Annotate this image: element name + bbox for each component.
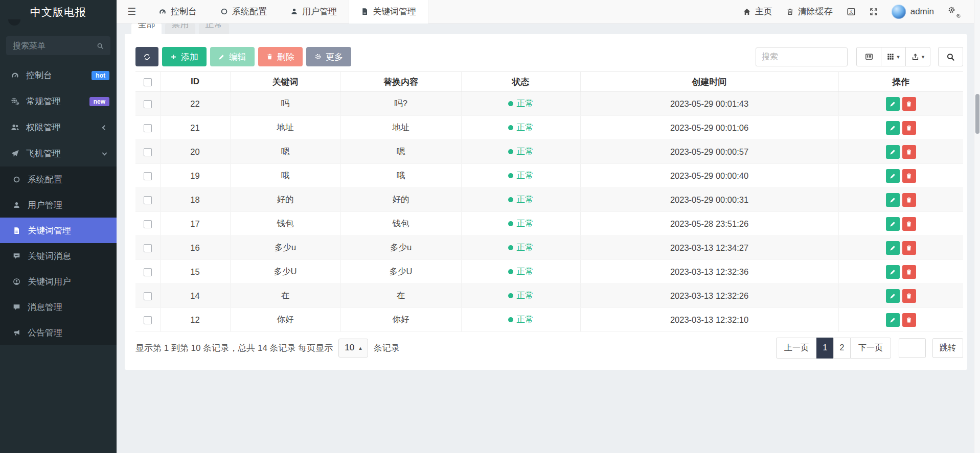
status-badge: 正常 (508, 218, 534, 229)
clear-cache-link[interactable]: 清除缓存 (786, 6, 833, 17)
submenu-item-message-management[interactable]: 消息管理 (0, 294, 117, 320)
table-search-input[interactable] (756, 47, 848, 66)
row-checkbox[interactable] (144, 292, 152, 300)
status-label: 正常 (517, 98, 534, 109)
row-checkbox[interactable] (144, 100, 152, 108)
table-row: 15多少U多少U正常2023-03-13 12:32:36 (135, 260, 963, 284)
tab-all[interactable]: 全部 (131, 23, 162, 34)
row-checkbox-cell (135, 260, 160, 284)
pencil-icon (890, 293, 896, 299)
nav-tab-keyword-management[interactable]: 关键词管理 (349, 0, 428, 23)
row-delete-button[interactable] (902, 217, 916, 231)
page-button-1[interactable]: 1 (816, 338, 834, 359)
row-delete-button[interactable] (902, 241, 916, 255)
more-button[interactable]: 更多 (306, 47, 351, 66)
paper-plane-icon (9, 149, 20, 158)
submenu-item-label: 关键词消息 (28, 250, 71, 262)
add-button[interactable]: 添加 (162, 47, 207, 66)
nav-tab-user-management[interactable]: 用户管理 (279, 0, 349, 23)
row-delete-button[interactable] (902, 145, 916, 159)
home-link[interactable]: 主页 (743, 6, 772, 17)
nav-tab-label: 用户管理 (302, 6, 337, 17)
page-button-2[interactable]: 2 (833, 338, 851, 359)
row-checkbox[interactable] (144, 124, 152, 132)
avatar (892, 5, 906, 19)
trash-icon (906, 149, 912, 155)
row-delete-button[interactable] (902, 265, 916, 279)
header-checkbox-cell (135, 72, 160, 92)
row-checkbox[interactable] (144, 268, 152, 276)
detail-view-button[interactable] (856, 47, 881, 66)
row-checkbox[interactable] (144, 316, 152, 324)
export-button[interactable] (905, 47, 930, 66)
user-menu[interactable]: admin (892, 5, 934, 19)
next-page-button[interactable]: 下一页 (850, 338, 891, 359)
row-checkbox[interactable] (144, 148, 152, 156)
edit-button[interactable]: 编辑 (210, 47, 255, 66)
sidebar-menu: 控制台 hot 常规管理 new 权限管理 飞机管理 (0, 62, 117, 345)
row-checkbox[interactable] (144, 172, 152, 180)
row-delete-button[interactable] (902, 169, 916, 183)
column-header-replace: 替换内容 (340, 72, 461, 92)
nav-tab-system-config[interactable]: 系统配置 (209, 0, 279, 23)
row-delete-button[interactable] (902, 97, 916, 111)
row-edit-button[interactable] (886, 97, 900, 111)
table-search-button[interactable] (938, 47, 963, 66)
refresh-button[interactable] (135, 47, 158, 66)
cell-keyword: 嗯 (230, 140, 340, 164)
submenu-item-keyword-messages[interactable]: 关键词消息 (0, 243, 117, 269)
submenu-item-system-config[interactable]: 系统配置 (0, 166, 117, 192)
row-edit-button[interactable] (886, 121, 900, 135)
row-edit-button[interactable] (886, 289, 900, 303)
sidebar-search-input[interactable] (6, 41, 94, 51)
sidebar-item-general[interactable]: 常规管理 new (0, 88, 117, 114)
cell-created: 2023-05-29 00:01:06 (580, 116, 838, 140)
row-checkbox[interactable] (144, 220, 152, 228)
tab-disabled[interactable]: 禁用 (165, 23, 195, 34)
row-edit-button[interactable] (886, 169, 900, 183)
settings-cogs-icon[interactable] (948, 6, 960, 17)
scrollbar-thumb[interactable] (975, 94, 979, 134)
nav-tab-dashboard[interactable]: 控制台 (147, 0, 209, 23)
select-all-checkbox[interactable] (144, 78, 152, 86)
row-edit-button[interactable] (886, 241, 900, 255)
delete-button[interactable]: 删除 (258, 47, 303, 66)
sidebar-item-permissions[interactable]: 权限管理 (0, 114, 117, 140)
page-size-value: 10 (345, 343, 354, 353)
fullscreen-icon[interactable] (870, 8, 878, 16)
status-badge: 正常 (508, 170, 534, 181)
sidebar-item-telegram[interactable]: 飞机管理 (0, 140, 117, 166)
row-checkbox-cell (135, 308, 160, 332)
row-edit-button[interactable] (886, 313, 900, 327)
prev-page-button[interactable]: 上一页 (776, 338, 817, 359)
row-edit-button[interactable] (886, 145, 900, 159)
row-delete-button[interactable] (902, 289, 916, 303)
row-checkbox-cell (135, 212, 160, 236)
columns-view-button[interactable] (881, 47, 906, 66)
gear-icon (314, 53, 322, 60)
page-size-select[interactable]: 10 (338, 339, 368, 357)
cell-id: 12 (160, 308, 230, 332)
submenu-item-announcement-management[interactable]: 公告管理 (0, 320, 117, 345)
trash-icon (906, 269, 912, 275)
vertical-scrollbar[interactable] (974, 0, 980, 453)
row-delete-button[interactable] (902, 193, 916, 207)
jump-page-input[interactable] (899, 338, 926, 358)
status-label: 正常 (517, 290, 534, 301)
hamburger-menu-icon[interactable] (117, 6, 147, 17)
row-edit-button[interactable] (886, 265, 900, 279)
row-checkbox[interactable] (144, 244, 152, 252)
row-edit-button[interactable] (886, 217, 900, 231)
tab-normal[interactable]: 正常 (199, 23, 229, 34)
row-checkbox[interactable] (144, 196, 152, 204)
submenu-item-keyword-management[interactable]: 关键词管理 (0, 218, 117, 243)
jump-button[interactable]: 跳转 (932, 338, 963, 358)
submenu-item-user-management[interactable]: 用户管理 (0, 192, 117, 218)
row-delete-button[interactable] (902, 121, 916, 135)
row-edit-button[interactable] (886, 193, 900, 207)
language-icon[interactable]: 文 (847, 7, 856, 16)
row-delete-button[interactable] (902, 313, 916, 327)
sidebar-item-dashboard[interactable]: 控制台 hot (0, 62, 117, 88)
submenu-item-keyword-users[interactable]: 关键词用户 (0, 269, 117, 294)
table-header-row: ID 关键词 替换内容 状态 创建时间 操作 (135, 72, 963, 92)
